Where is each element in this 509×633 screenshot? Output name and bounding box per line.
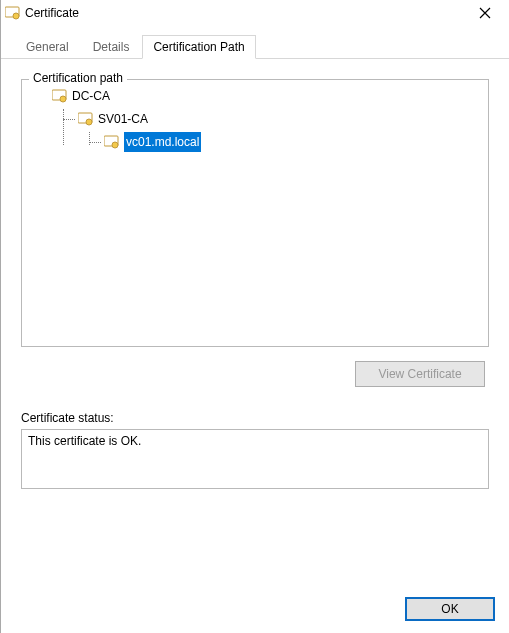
close-button[interactable] xyxy=(465,0,505,26)
tab-general[interactable]: General xyxy=(15,35,80,59)
tree-node-intermediate[interactable]: SV01-CA xyxy=(78,109,148,129)
certificate-icon xyxy=(52,89,68,103)
dialog-footer: OK xyxy=(1,597,509,633)
tree-node-label: DC-CA xyxy=(72,86,110,106)
certificate-icon xyxy=(78,112,94,126)
svg-point-3 xyxy=(60,96,66,102)
close-icon xyxy=(479,7,491,19)
tab-details[interactable]: Details xyxy=(82,35,141,59)
tree-node-leaf[interactable]: vc01.md.local xyxy=(104,132,201,152)
svg-point-1 xyxy=(13,13,19,19)
certificate-icon xyxy=(104,135,120,149)
tree-actions: View Certificate xyxy=(21,361,485,387)
svg-point-5 xyxy=(86,119,92,125)
tab-certification-path[interactable]: Certification Path xyxy=(142,35,255,59)
svg-point-7 xyxy=(112,142,118,148)
certification-path-group: Certification path DC-CA SV01-CA xyxy=(21,79,489,391)
dialog-body: Certification path DC-CA SV01-CA xyxy=(1,59,509,597)
certificate-status-box: This certificate is OK. xyxy=(21,429,489,489)
certificate-dialog: Certificate General Details Certificatio… xyxy=(0,0,509,633)
window-title: Certificate xyxy=(25,6,465,20)
certificate-icon xyxy=(5,5,21,21)
view-certificate-button: View Certificate xyxy=(355,361,485,387)
tab-bar: General Details Certification Path xyxy=(1,26,509,59)
titlebar: Certificate xyxy=(1,0,509,26)
tree-node-label: SV01-CA xyxy=(98,109,148,129)
certificate-status-text: This certificate is OK. xyxy=(28,434,141,448)
tree-node-label: vc01.md.local xyxy=(124,132,201,152)
tree-node-root[interactable]: DC-CA xyxy=(52,86,110,106)
group-label: Certification path xyxy=(29,71,127,85)
cert-path-tree[interactable]: DC-CA SV01-CA xyxy=(21,79,489,347)
certificate-status-label: Certificate status: xyxy=(21,411,489,425)
ok-button[interactable]: OK xyxy=(405,597,495,621)
